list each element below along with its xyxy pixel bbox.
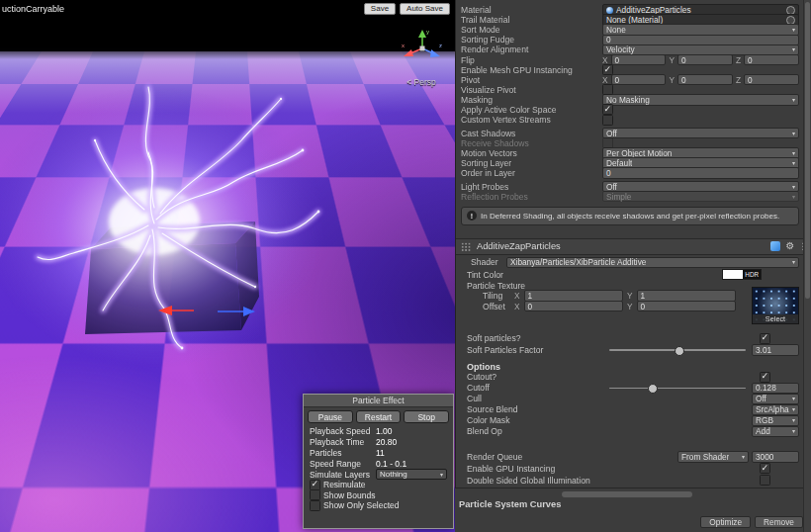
gizmo-y-label: y — [426, 29, 429, 35]
cutout-checkbox[interactable] — [760, 372, 770, 383]
material-title: AdditiveZapParticles — [477, 241, 766, 251]
material-inspector: AdditiveZapParticles ⚙ ⋮ Shader Xibanya/… — [459, 238, 799, 487]
chevron-down-icon: ▾ — [792, 417, 795, 423]
orientation-gizmo[interactable]: x y z — [400, 26, 445, 73]
playback-time-value[interactable]: 20.80 — [376, 437, 397, 447]
material-header[interactable]: AdditiveZapParticles ⚙ ⋮ — [456, 238, 811, 255]
deferred-shading-info-box: ! In Deferred Shading, all objects recei… — [461, 207, 799, 225]
object-picker-icon[interactable] — [786, 16, 795, 25]
offset-y-field[interactable]: 0 — [637, 301, 736, 312]
reflection-probes-dropdown: Simple▾ — [602, 191, 799, 203]
soft-particles-factor-field[interactable]: 3.01 — [752, 344, 799, 356]
pivot-row: Pivot X0 Y0 Z0 — [459, 75, 799, 85]
help-book-icon[interactable] — [770, 241, 780, 251]
shader-dropdown[interactable]: Xibanya/Particles/XibParticle Additive▾ — [506, 257, 799, 269]
pause-button[interactable]: Pause — [308, 410, 353, 423]
tiling-row: Tiling X1 Y1 — [459, 291, 736, 302]
scrollbar-thumb[interactable] — [805, 2, 810, 299]
optimize-button[interactable]: Optimize — [700, 516, 751, 528]
soft-particles-factor-row: Soft Particles Factor 3.01 — [459, 344, 799, 356]
save-button[interactable]: Save — [364, 3, 396, 15]
chevron-down-icon: ▾ — [792, 46, 795, 52]
cull-row: Cull Off▾ — [459, 394, 799, 404]
cull-dropdown[interactable]: Off▾ — [752, 394, 799, 405]
simulate-layers-dropdown[interactable]: Nothing ▾ — [376, 469, 447, 480]
soft-particles-checkbox[interactable] — [760, 333, 770, 344]
resimulate-checkbox[interactable] — [310, 480, 320, 490]
chevron-down-icon: ▾ — [792, 97, 795, 103]
particle-texture-row: Particle Texture — [459, 281, 799, 291]
select-texture-button[interactable]: Select — [753, 314, 798, 323]
chevron-down-icon: ▾ — [792, 406, 795, 412]
chevron-down-icon: ▾ — [742, 454, 745, 460]
render-queue-dropdown[interactable]: From Shader▾ — [677, 451, 749, 463]
cutout-row: Cutout? — [459, 372, 799, 383]
enable-gpu-instancing-checkbox[interactable] — [760, 463, 770, 474]
options-header: Options — [459, 362, 799, 372]
soft-particles-row: Soft particles? — [459, 333, 799, 344]
stop-button[interactable]: Stop — [404, 410, 449, 423]
particle-effect-title: Particle Effect — [304, 395, 453, 407]
cutoff-slider[interactable] — [609, 383, 746, 393]
playback-speed-value[interactable]: 1.00 — [376, 426, 393, 436]
tint-color-row: Tint Color HDR — [459, 269, 799, 281]
scene-view[interactable]: uctionCarryable Save Auto Save x y z < P… — [0, 0, 455, 532]
speed-range-value: 0.1 - 0.1 — [376, 459, 406, 469]
cast-shadows-row: Cast Shadows Off▾ — [459, 129, 799, 138]
reflection-probes-row: Reflection Probes Simple▾ — [459, 192, 799, 202]
drag-handle-icon — [461, 242, 472, 251]
custom-vertex-streams-checkbox[interactable] — [602, 115, 613, 126]
color-mask-row: Color Mask RGB▾ — [459, 415, 799, 426]
show-only-selected-toggle[interactable]: Show Only Selected — [304, 500, 453, 511]
apply-active-color-space-checkbox[interactable] — [602, 104, 613, 115]
auto-save-button[interactable]: Auto Save — [400, 3, 450, 15]
tint-color-swatch[interactable]: HDR — [722, 269, 762, 280]
double-sided-gi-row: Double Sided Global Illumination — [459, 475, 799, 487]
custom-vertex-streams-row: Custom Vertex Streams — [459, 115, 799, 125]
soft-particles-factor-slider[interactable] — [609, 345, 746, 355]
hdr-badge: HDR — [743, 270, 761, 279]
show-only-selected-checkbox[interactable] — [310, 500, 320, 511]
chevron-down-icon: ▾ — [792, 396, 795, 401]
restart-button[interactable]: Restart — [356, 410, 402, 423]
source-blend-dropdown[interactable]: SrcAlpha▾ — [752, 404, 799, 416]
horizontal-scrollbar[interactable] — [562, 491, 692, 497]
blend-op-dropdown[interactable]: Add▾ — [752, 426, 799, 438]
simulate-layers-row: Simulate Layers Nothing ▾ — [304, 469, 453, 480]
particle-effect-panel: Particle Effect Pause Restart Stop Playb… — [303, 394, 454, 529]
material-sphere-icon — [606, 7, 613, 14]
double-sided-gi-checkbox[interactable] — [760, 475, 770, 486]
chevron-down-icon: ▾ — [792, 27, 795, 33]
show-bounds-checkbox[interactable] — [310, 489, 320, 500]
enable-mesh-gpu-instancing-checkbox[interactable] — [602, 64, 613, 75]
particles-count-row: Particles 11 — [304, 447, 453, 458]
offset-x-field[interactable]: 0 — [524, 301, 623, 312]
particle-system-curves-header[interactable]: Particle System Curves — [459, 499, 561, 509]
cutoff-field[interactable]: 0.128 — [752, 383, 799, 395]
inspector-panel: Material AdditiveZapParticles Trail Mate… — [455, 0, 811, 532]
render-queue-field[interactable]: 3000 — [752, 451, 799, 463]
color-mask-dropdown[interactable]: RGB▾ — [752, 415, 799, 427]
inspector-scrollbar[interactable] — [803, 0, 811, 532]
remove-button[interactable]: Remove — [755, 516, 803, 528]
chevron-down-icon: ▾ — [792, 160, 795, 166]
resimulate-toggle[interactable]: Resimulate — [304, 480, 453, 490]
chevron-down-icon: ▾ — [792, 194, 795, 200]
chevron-down-icon: ▾ — [792, 184, 795, 190]
particle-texture-thumbnail[interactable]: Select — [752, 287, 799, 324]
chevron-down-icon: ▾ — [792, 428, 795, 434]
order-in-layer-field[interactable]: 0 — [602, 167, 799, 179]
scene-toolbar: Save Auto Save — [364, 3, 450, 15]
speed-range-row: Speed Range 0.1 - 0.1 — [304, 458, 453, 469]
offset-row: Offset X0 Y0 — [459, 301, 736, 311]
show-bounds-toggle[interactable]: Show Bounds — [304, 490, 453, 501]
chevron-down-icon: ▾ — [792, 150, 795, 156]
persp-label[interactable]: < Persp — [396, 77, 447, 87]
settings-gear-icon[interactable]: ⚙ — [785, 241, 795, 251]
shader-row: Shader Xibanya/Particles/XibParticle Add… — [459, 256, 799, 269]
source-blend-row: Source Blend SrcAlpha▾ — [459, 404, 799, 415]
chevron-down-icon: ▾ — [440, 472, 443, 478]
visualize-pivot-checkbox[interactable] — [602, 84, 613, 95]
receive-shadows-checkbox — [602, 137, 613, 148]
blend-op-row: Blend Op Add▾ — [459, 426, 799, 437]
